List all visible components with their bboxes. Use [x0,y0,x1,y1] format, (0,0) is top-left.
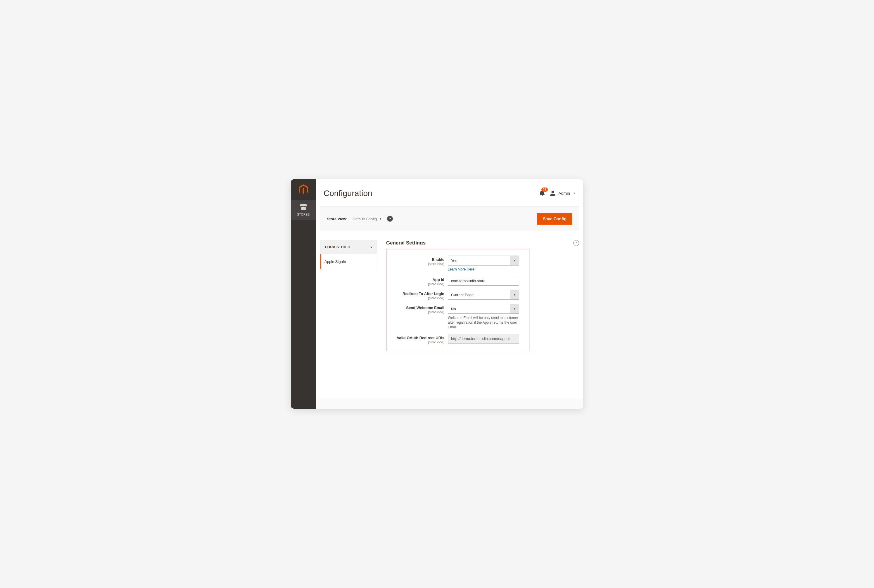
field-control-col [448,276,524,286]
store-view-label: Store View: [327,217,347,221]
welcome-email-select[interactable]: No ▼ [448,304,519,314]
tab-label: Apple SignIn [325,260,346,264]
admin-app: STORES Configuration 19 Admin ▼ [291,179,583,409]
scope-left: Store View: Default Config ▼ ? [327,216,393,222]
config-nav-group-header[interactable]: FORA STUDIO ▴ [320,240,378,254]
section-header: General Settings ˄ [386,240,579,249]
section-collapse-toggle[interactable]: ˄ [573,240,579,246]
field-scope-note: [store view] [392,296,444,300]
magento-logo-icon [298,184,309,195]
svg-rect-0 [301,207,306,210]
field-row-redirect: Redirect To After Login [store view] Cur… [392,290,524,300]
stores-icon [300,204,307,210]
enable-select[interactable]: Yes ▼ [448,256,519,266]
field-row-redirect-uris: Valid OAuth Redirect URIs [store view] h… [392,334,524,344]
sidebar-item-label: STORES [297,213,310,216]
page-title: Configuration [323,189,372,198]
footer-strip [316,399,583,409]
field-label: Valid OAuth Redirect URIs [392,336,444,340]
select-value: Current Page [451,292,510,297]
field-control-col: Yes ▼ Learn More Here! [448,256,524,272]
select-value: Yes [451,258,510,263]
field-label-col: Valid OAuth Redirect URIs [store view] [392,334,444,344]
config-nav-group-title: FORA STUDIO [325,245,351,249]
caret-down-icon: ▼ [510,290,519,299]
redirect-uris-input[interactable]: http://demo.forastudio.com/magent [448,334,519,344]
form-area: General Settings ˄ Enable [store view] [386,240,579,393]
field-hint: Welcome Email will be only send to custo… [448,315,519,330]
redirect-select[interactable]: Current Page ▼ [448,290,519,300]
field-label-col: App Id [store view] [392,276,444,286]
header-actions: 19 Admin ▼ [540,190,576,197]
field-scope-note: [store view] [392,282,444,286]
field-label: Redirect To After Login [392,291,444,296]
help-button[interactable]: ? [387,216,393,222]
caret-down-icon: ▼ [510,256,519,265]
caret-down-icon: ▼ [379,218,382,220]
user-menu[interactable]: Admin ▼ [550,191,576,196]
field-control-col: Current Page ▼ [448,290,524,300]
save-config-button[interactable]: Save Config [537,213,572,225]
field-row-app-id: App Id [store view] [392,276,524,286]
notifications-button[interactable]: 19 [540,190,545,197]
caret-down-icon: ▼ [573,192,576,195]
page-header: Configuration 19 Admin ▼ [316,179,583,201]
chevron-up-icon: ˄ [576,242,577,245]
user-name: Admin [558,191,570,196]
field-label: Send Welcome Email [392,306,444,310]
field-label-col: Enable [store view] [392,256,444,266]
chevron-up-icon: ▴ [371,245,372,249]
field-label-col: Redirect To After Login [store view] [392,290,444,300]
scope-bar: Store View: Default Config ▼ ? Save Conf… [320,206,579,231]
body-area: FORA STUDIO ▴ Apple SignIn General Setti… [316,231,583,399]
config-nav: FORA STUDIO ▴ Apple SignIn [320,240,378,393]
field-row-welcome-email: Send Welcome Email [store view] No ▼ Wel… [392,304,524,330]
config-nav-tabs: Apple SignIn [320,254,378,269]
redirect-uris-value: http://demo.forastudio.com/magent [451,336,510,341]
sidebar-item-stores[interactable]: STORES [291,200,316,220]
select-value: No [451,307,510,311]
field-label: Enable [392,257,444,262]
notifications-count-badge: 19 [542,188,548,192]
main-area: Configuration 19 Admin ▼ [316,179,583,409]
field-scope-note: [store view] [392,262,444,266]
field-label-col: Send Welcome Email [store view] [392,304,444,314]
section-title: General Settings [386,240,426,246]
field-control-col: http://demo.forastudio.com/magent [448,334,524,344]
app-id-input[interactable] [448,276,519,286]
user-icon [550,191,555,196]
admin-sidebar: STORES [291,179,316,409]
magento-logo[interactable] [291,179,316,200]
store-view-value: Default Config [353,217,377,221]
caret-down-icon: ▼ [510,304,519,314]
field-scope-note: [store view] [392,310,444,314]
field-label: App Id [392,278,444,282]
field-control-col: No ▼ Welcome Email will be only send to … [448,304,524,330]
learn-more-link[interactable]: Learn More Here! [448,267,475,272]
field-row-enable: Enable [store view] Yes ▼ Learn More Her… [392,256,524,272]
tab-apple-signin[interactable]: Apple SignIn [320,254,377,269]
general-settings-fields: Enable [store view] Yes ▼ Learn More Her… [386,249,530,351]
field-scope-note: [store view] [392,340,444,344]
store-view-selector[interactable]: Default Config ▼ [353,217,382,221]
